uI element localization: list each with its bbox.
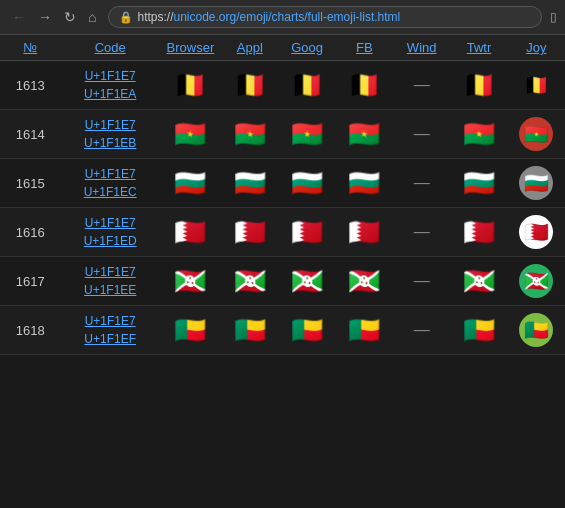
row-browser: 🇧🇬 (160, 159, 221, 208)
header-joy[interactable]: Joy (508, 35, 565, 61)
row-browser: 🇧🇯 (160, 306, 221, 355)
row-fb: 🇧🇮 (336, 257, 393, 306)
row-goog: 🇧🇪 (278, 61, 335, 110)
row-joy: 🇧🇮 (508, 257, 565, 306)
row-browser: 🇧🇫 (160, 110, 221, 159)
table-row: 1615 U+1F1E7U+1F1EC 🇧🇬 🇧🇬 🇧🇬 🇧🇬 — 🇧🇬 🇧🇬 (0, 159, 565, 208)
row-twtr: 🇧🇮 (450, 257, 507, 306)
nav-buttons: ← → ↻ ⌂ (8, 7, 100, 27)
extensions-icon[interactable]: ▯ (550, 10, 557, 24)
table-row: 1614 U+1F1E7U+1F1EB 🇧🇫 🇧🇫 🇧🇫 🇧🇫 — 🇧🇫 🇧🇫 (0, 110, 565, 159)
table-header-row: № Code Browser Appl Goog FB Wind Twtr Jo… (0, 35, 565, 61)
row-appl: 🇧🇭 (221, 208, 278, 257)
header-num[interactable]: № (0, 35, 61, 61)
forward-button[interactable]: → (34, 7, 56, 27)
row-goog: 🇧🇯 (278, 306, 335, 355)
row-fb: 🇧🇬 (336, 159, 393, 208)
url-text: https://unicode.org/emoji/charts/full-em… (137, 10, 531, 24)
table-row: 1617 U+1F1E7U+1F1EE 🇧🇮 🇧🇮 🇧🇮 🇧🇮 — 🇧🇮 🇧🇮 (0, 257, 565, 306)
back-button[interactable]: ← (8, 7, 30, 27)
row-appl: 🇧🇯 (221, 306, 278, 355)
row-num: 1617 (0, 257, 61, 306)
row-browser: 🇧🇭 (160, 208, 221, 257)
url-domain: unicode.org (174, 10, 237, 24)
home-button[interactable]: ⌂ (84, 7, 100, 27)
row-browser: 🇧🇪 (160, 61, 221, 110)
lock-icon: 🔒 (119, 11, 133, 24)
row-wind: — (393, 159, 450, 208)
row-wind: — (393, 208, 450, 257)
header-fb[interactable]: FB (336, 35, 393, 61)
row-goog: 🇧🇮 (278, 257, 335, 306)
row-twtr: 🇧🇪 (450, 61, 507, 110)
row-twtr: 🇧🇭 (450, 208, 507, 257)
row-code[interactable]: U+1F1E7U+1F1EC (61, 159, 160, 208)
header-goog[interactable]: Goog (278, 35, 335, 61)
row-num: 1616 (0, 208, 61, 257)
row-twtr: 🇧🇯 (450, 306, 507, 355)
row-fb: 🇧🇪 (336, 61, 393, 110)
row-fb: 🇧🇫 (336, 110, 393, 159)
header-appl[interactable]: Appl (221, 35, 278, 61)
row-appl: 🇧🇫 (221, 110, 278, 159)
row-joy: 🇧🇬 (508, 159, 565, 208)
row-browser: 🇧🇮 (160, 257, 221, 306)
url-path: /emoji/charts/full-emoji-list.html (236, 10, 400, 24)
table-row: 1618 U+1F1E7U+1F1EF 🇧🇯 🇧🇯 🇧🇯 🇧🇯 — 🇧🇯 🇧🇯 (0, 306, 565, 355)
table-row: 1616 U+1F1E7U+1F1ED 🇧🇭 🇧🇭 🇧🇭 🇧🇭 — 🇧🇭 🇧🇭 (0, 208, 565, 257)
row-appl: 🇧🇬 (221, 159, 278, 208)
header-wind[interactable]: Wind (393, 35, 450, 61)
row-code[interactable]: U+1F1E7U+1F1EB (61, 110, 160, 159)
row-num: 1615 (0, 159, 61, 208)
row-num: 1618 (0, 306, 61, 355)
emoji-table: № Code Browser Appl Goog FB Wind Twtr Jo… (0, 35, 565, 355)
reload-button[interactable]: ↻ (60, 7, 80, 27)
row-joy: 🇧🇫 (508, 110, 565, 159)
address-bar[interactable]: 🔒 https://unicode.org/emoji/charts/full-… (108, 6, 542, 28)
row-num: 1614 (0, 110, 61, 159)
row-joy: 🇧🇪 (508, 61, 565, 110)
header-browser[interactable]: Browser (160, 35, 221, 61)
row-code[interactable]: U+1F1E7U+1F1EA (61, 61, 160, 110)
row-wind: — (393, 61, 450, 110)
row-goog: 🇧🇭 (278, 208, 335, 257)
row-joy: 🇧🇯 (508, 306, 565, 355)
row-wind: — (393, 257, 450, 306)
row-fb: 🇧🇭 (336, 208, 393, 257)
url-protocol: https:// (137, 10, 173, 24)
browser-chrome: ← → ↻ ⌂ 🔒 https://unicode.org/emoji/char… (0, 0, 565, 35)
row-code[interactable]: U+1F1E7U+1F1EE (61, 257, 160, 306)
row-joy: 🇧🇭 (508, 208, 565, 257)
row-goog: 🇧🇬 (278, 159, 335, 208)
row-appl: 🇧🇪 (221, 61, 278, 110)
table-row: 1613 U+1F1E7U+1F1EA 🇧🇪 🇧🇪 🇧🇪 🇧🇪 — 🇧🇪 🇧🇪 (0, 61, 565, 110)
row-fb: 🇧🇯 (336, 306, 393, 355)
header-code[interactable]: Code (61, 35, 160, 61)
row-code[interactable]: U+1F1E7U+1F1EF (61, 306, 160, 355)
row-wind: — (393, 110, 450, 159)
row-appl: 🇧🇮 (221, 257, 278, 306)
row-goog: 🇧🇫 (278, 110, 335, 159)
row-num: 1613 (0, 61, 61, 110)
row-code[interactable]: U+1F1E7U+1F1ED (61, 208, 160, 257)
row-wind: — (393, 306, 450, 355)
row-twtr: 🇧🇬 (450, 159, 507, 208)
row-twtr: 🇧🇫 (450, 110, 507, 159)
header-twtr[interactable]: Twtr (450, 35, 507, 61)
